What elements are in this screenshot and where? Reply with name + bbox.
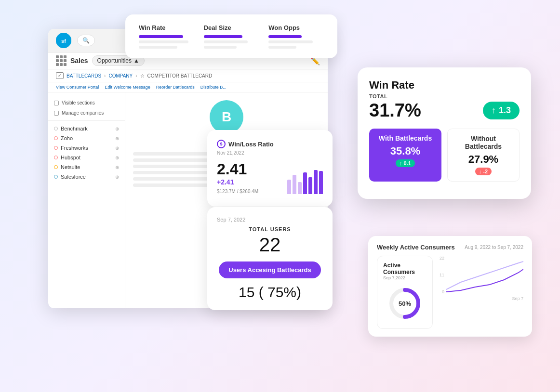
- sidebar-dot-freshworks: [54, 146, 58, 150]
- stats-bar-7: [268, 35, 302, 38]
- bc-sep2: ›: [135, 73, 137, 78]
- sidebar-label-benchmark: Benchmark: [61, 126, 112, 131]
- bc-company[interactable]: COMPANY: [108, 73, 133, 78]
- wl-bar-6: [314, 170, 318, 194]
- eye-icon: [54, 101, 59, 105]
- sidebar-item-netsuite[interactable]: Netsuite ⊕: [48, 162, 125, 172]
- sidebar-divider: [48, 120, 125, 121]
- stats-bar-9: [268, 46, 296, 49]
- win-rate-title: Win Rate: [369, 79, 520, 91]
- sidebar-label-salesforce: Salesforce: [61, 174, 112, 180]
- win-loss-header: $ Win/Loss Ratio: [217, 140, 323, 148]
- without-arrow: [479, 169, 482, 174]
- win-loss-date: Nov 21,2022: [217, 150, 323, 156]
- stats-bar-4: [204, 35, 242, 38]
- sf-search-bar[interactable]: 🔍: [77, 35, 95, 46]
- win-rate-percentage: 31.7%: [369, 100, 421, 121]
- stats-card: Win Rate Deal Size Won Opps: [125, 14, 337, 58]
- badge-arrow-up: [492, 105, 496, 116]
- sidebar-item-freshworks[interactable]: Freshworks ⊕: [48, 143, 125, 153]
- wa-card-header: Weekly Active Consumers Aug 9, 2022 to S…: [377, 244, 523, 251]
- tu-btn[interactable]: Users Accesing Battlecards: [219, 261, 321, 278]
- sidebar-star-netsuite: ⊕: [115, 165, 119, 170]
- distribute-link[interactable]: Distribute B...: [200, 85, 227, 90]
- app-launcher-icon[interactable]: [56, 55, 67, 66]
- wl-bar-3: [298, 182, 302, 194]
- stats-bar-6: [204, 46, 237, 49]
- without-pct: 27.9%: [454, 153, 512, 166]
- badge-value: 1.3: [499, 105, 511, 116]
- sidebar-item-zoho[interactable]: Zoho ⊕: [48, 133, 125, 143]
- bc-star-icon: ☆: [140, 73, 145, 78]
- stats-winrate-label: Win Rate: [139, 24, 194, 31]
- sidebar-star-hubspot: ⊕: [115, 155, 119, 160]
- sidebar-dot-hubspot: [54, 156, 58, 159]
- weekly-active-card: Weekly Active Consumers Aug 9, 2022 to S…: [368, 236, 532, 337]
- with-battlecards-col: With Battlecards 35.8% 0.1: [369, 129, 441, 182]
- total-users-card: Sep 7, 2022 TOTAL USERS 22 Users Accesin…: [207, 207, 333, 310]
- sidebar-label-hubspot: Hubspot: [61, 155, 112, 160]
- donut-chart: 50%: [386, 284, 424, 323]
- wa-inner-date: Sep 7,2022: [383, 275, 427, 280]
- win-loss-barchart: [287, 170, 323, 194]
- view-consumer-portal-link[interactable]: View Consumer Portal: [56, 85, 99, 90]
- edit-welcome-link[interactable]: Edit Welcome Message: [105, 85, 150, 90]
- tu-big-number: 15 ( 75%): [217, 284, 323, 301]
- sidebar-item-hubspot[interactable]: Hubspot ⊕: [48, 153, 125, 162]
- sidebar-manage-label: Manage companies: [62, 110, 104, 116]
- chevron-up-icon: ▲: [133, 57, 139, 64]
- sidebar-item-salesforce[interactable]: Salesforce ⊕: [48, 172, 125, 182]
- sidebar-visible-label: Visible sections: [62, 100, 95, 105]
- breadcrumb: ✓ BATTLECARDS › COMPANY › ☆ COMPETITOR B…: [48, 69, 328, 82]
- stats-col-wonopps: Won Opps: [268, 24, 324, 49]
- wa-x-label: Sep 7: [440, 296, 523, 301]
- y-label-11: 11: [440, 273, 444, 277]
- y-label-0: 0: [440, 289, 444, 294]
- stats-winrate-bars: [139, 35, 194, 49]
- wa-chart-container: 22 11 0: [440, 256, 523, 294]
- wl-bar-1: [287, 180, 291, 194]
- wa-y-axis: 22 11 0: [440, 256, 446, 294]
- wa-body: Active Consumers Sep 7,2022 50% 22 11 0: [377, 256, 523, 329]
- wa-title: Weekly Active Consumers: [377, 244, 455, 251]
- bc-icon: ✓: [56, 72, 64, 79]
- dollar-icon: $: [217, 140, 226, 148]
- sidebar-label-freshworks: Freshworks: [61, 145, 112, 151]
- svg-text:sf: sf: [61, 38, 66, 44]
- reorder-battlecards-link[interactable]: Reorder Battlecards: [156, 85, 195, 90]
- tu-label: TOTAL USERS: [217, 226, 323, 232]
- sidebar-visible-sections: Visible sections: [48, 98, 125, 107]
- sidebar-star-zoho: ⊕: [115, 136, 119, 141]
- stats-wonopps-label: Won Opps: [268, 24, 324, 31]
- sidebar-manage-companies: Manage companies: [48, 108, 125, 118]
- line-chart-svg: [446, 256, 523, 294]
- sf-sidebar: Visible sections Manage companies Benchm…: [48, 92, 125, 308]
- wa-line-chart-area: 22 11 0 Sep 7: [440, 256, 523, 329]
- manage-icon: [54, 111, 59, 116]
- sidebar-dot-netsuite: [54, 165, 58, 169]
- sidebar-item-benchmark[interactable]: Benchmark ⊕: [48, 124, 125, 133]
- win-rate-compare-row: With Battlecards 35.8% 0.1 Without Battl…: [369, 129, 520, 182]
- stats-col-winrate: Win Rate: [139, 24, 194, 49]
- wl-bar-5: [308, 177, 312, 194]
- tu-number: 22: [217, 234, 323, 256]
- wl-bar-2: [293, 175, 296, 194]
- win-loss-title: Win/Loss Ratio: [228, 141, 274, 148]
- win-loss-main-value: 2.41: [217, 160, 258, 178]
- with-badge-value: 0.1: [404, 160, 411, 166]
- stats-bar-8: [268, 40, 313, 43]
- wa-active-consumers-card: Active Consumers Sep 7,2022 50%: [377, 256, 433, 329]
- sidebar-dot-zoho: [54, 136, 58, 140]
- sidebar-label-netsuite: Netsuite: [61, 164, 112, 170]
- with-label: With Battlecards: [376, 134, 435, 142]
- bc-battlecard-name: COMPETITOR BATTLECARD: [147, 73, 213, 78]
- nav-pill-label: Opportunities: [97, 57, 132, 64]
- win-loss-main-row: 2.41 +2.41 $123.7M / $260.4M: [217, 160, 323, 194]
- bc-battlecards[interactable]: BATTLECARDS: [67, 73, 101, 78]
- win-rate-badge: 1.3: [483, 102, 520, 119]
- sidebar-dot-benchmark: [54, 127, 58, 131]
- with-pct: 35.8%: [376, 145, 435, 157]
- stats-bar-2: [139, 40, 188, 43]
- bc-sep1: ›: [104, 73, 106, 78]
- win-loss-change: +2.41: [217, 178, 258, 186]
